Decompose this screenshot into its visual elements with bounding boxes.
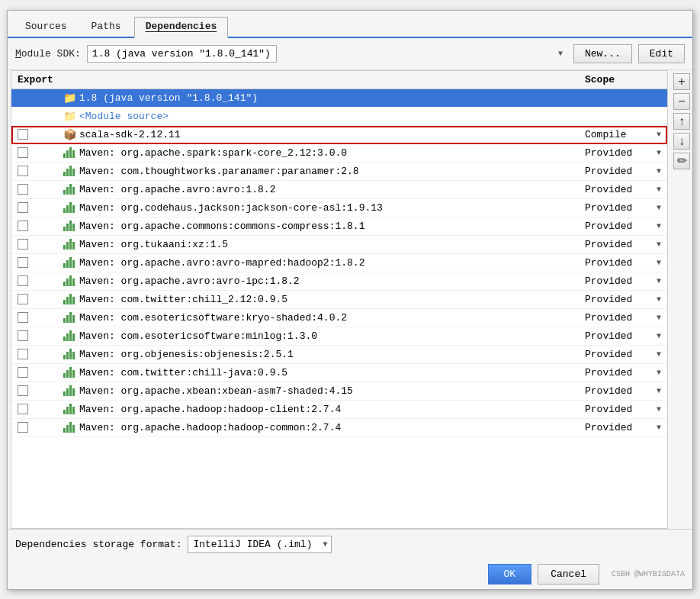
maven-icon — [63, 184, 75, 195]
export-checkbox[interactable] — [18, 275, 28, 286]
scope-chevron[interactable]: ▼ — [657, 405, 661, 414]
table-row[interactable]: Maven: com.esotericsoftware:kryo-shaded:… — [11, 309, 667, 327]
dep-name: Maven: org.apache.xbean:xbean-asm7-shade… — [79, 385, 353, 397]
table-row[interactable]: 📦 scala-sdk-2.12.11 Compile ▼ — [11, 126, 667, 144]
scope-chevron[interactable]: ▼ — [657, 314, 661, 322]
ok-button[interactable]: OK — [488, 564, 532, 585]
scope-chevron[interactable]: ▼ — [657, 387, 661, 395]
move-up-button[interactable]: ↑ — [673, 113, 690, 130]
scope-text: Provided — [585, 184, 632, 195]
dep-list-container: Export Scope 📁 1.8 (java version "1.8.0_… — [11, 70, 668, 529]
dep-name: Maven: com.thoughtworks.paranamer:parana… — [79, 166, 359, 177]
export-checkbox[interactable] — [18, 147, 28, 158]
table-row[interactable]: Maven: org.apache.hadoop:hadoop-common:2… — [11, 419, 667, 437]
col-export-cell — [18, 367, 63, 378]
scope-chevron[interactable]: ▼ — [657, 259, 661, 267]
scope-chevron[interactable]: ▼ — [657, 423, 661, 432]
table-row[interactable]: 📁 1.8 (java version "1.8.0_141") — [11, 89, 667, 108]
col-scope-cell: Provided▼ — [585, 312, 661, 324]
col-name-cell: Maven: com.twitter:chill-java:0.9.5 — [63, 367, 585, 378]
export-checkbox[interactable] — [18, 184, 28, 195]
maven-icon — [63, 422, 75, 433]
scope-chevron[interactable]: ▼ — [657, 240, 661, 249]
table-row[interactable]: Maven: org.objenesis:objenesis:2.5.1 Pro… — [11, 346, 667, 364]
col-name-cell: Maven: com.twitter:chill_2.12:0.9.5 — [63, 294, 585, 305]
scope-chevron[interactable]: ▼ — [657, 185, 661, 194]
scope-chevron[interactable]: ▼ — [657, 222, 661, 230]
scala-icon: 📦 — [63, 128, 76, 141]
col-scope-cell: Provided▼ — [585, 294, 661, 305]
export-checkbox[interactable] — [18, 422, 28, 433]
col-export-cell — [18, 202, 63, 213]
maven-icon — [63, 294, 75, 304]
table-row[interactable]: Maven: com.thoughtworks.paranamer:parana… — [11, 163, 667, 181]
scope-chevron[interactable]: ▼ — [657, 204, 661, 212]
table-row[interactable]: Maven: org.apache.xbean:xbean-asm7-shade… — [11, 382, 667, 401]
add-button[interactable]: + — [673, 73, 690, 90]
col-scope-cell: Provided▼ — [585, 367, 661, 378]
export-checkbox[interactable] — [18, 221, 28, 231]
scope-chevron[interactable]: ▼ — [657, 295, 661, 304]
export-checkbox[interactable] — [18, 129, 28, 140]
export-checkbox[interactable] — [18, 330, 28, 341]
dep-name: Maven: org.apache.spark:spark-core_2.12:… — [79, 147, 347, 159]
scope-chevron[interactable]: ▼ — [657, 167, 661, 176]
folder-icon: 📁 — [63, 110, 76, 123]
tab-dependencies[interactable]: Dependencies — [134, 17, 229, 38]
table-row[interactable]: Maven: org.apache.avro:avro-mapred:hadoo… — [11, 254, 667, 272]
maven-icon — [63, 349, 75, 359]
maven-icon — [63, 312, 75, 323]
scope-text: Provided — [585, 147, 632, 159]
table-row[interactable]: Maven: com.esotericsoftware:minlog:1.3.0… — [11, 327, 667, 346]
table-row[interactable]: Maven: com.twitter:chill_2.12:0.9.5 Prov… — [11, 291, 667, 309]
cancel-button[interactable]: Cancel — [538, 564, 599, 585]
scope-chevron[interactable]: ▼ — [657, 369, 661, 377]
scope-chevron[interactable]: ▼ — [657, 332, 661, 340]
maven-icon — [63, 221, 75, 231]
col-scope-cell: Provided▼ — [585, 349, 661, 360]
export-checkbox[interactable] — [18, 257, 28, 268]
table-row[interactable]: Maven: org.apache.commons:commons-compre… — [11, 217, 667, 236]
export-checkbox[interactable] — [18, 349, 28, 359]
export-checkbox[interactable] — [18, 404, 28, 414]
export-checkbox[interactable] — [18, 385, 28, 396]
table-row[interactable]: Maven: org.apache.hadoop:hadoop-client:2… — [11, 401, 667, 419]
export-checkbox[interactable] — [18, 166, 28, 176]
table-row[interactable]: Maven: org.codehaus.jackson:jackson-core… — [11, 199, 667, 217]
sdk-select[interactable]: 1.8 (java version "1.8.0_141") — [87, 45, 277, 63]
edit-button[interactable]: Edit — [638, 44, 685, 63]
remove-button[interactable]: − — [673, 93, 690, 110]
move-down-button[interactable]: ↓ — [673, 133, 690, 150]
col-scope-cell: Provided▼ — [585, 385, 661, 397]
dep-name: Maven: org.apache.commons:commons-compre… — [79, 221, 364, 232]
tab-paths[interactable]: Paths — [80, 17, 133, 38]
table-row[interactable]: 📁 <Module source> — [11, 108, 667, 126]
scope-text: Provided — [585, 202, 632, 214]
col-name-header — [63, 74, 585, 85]
col-export-cell — [18, 257, 63, 268]
table-row[interactable]: Maven: org.apache.spark:spark-core_2.12:… — [11, 144, 667, 163]
scope-chevron[interactable]: ▼ — [657, 130, 661, 139]
storage-select[interactable]: IntelliJ IDEA (.iml) Eclipse (.classpath… — [188, 536, 332, 553]
table-row[interactable]: Maven: org.apache.avro:avro:1.8.2 Provid… — [11, 181, 667, 199]
scope-chevron[interactable]: ▼ — [657, 277, 661, 285]
table-row[interactable]: Maven: org.apache.avro:avro-ipc:1.8.2 Pr… — [11, 272, 667, 291]
dep-list[interactable]: 📁 1.8 (java version "1.8.0_141") 📁 <Modu… — [11, 89, 667, 528]
tab-sources[interactable]: Sources — [14, 17, 79, 38]
bottom-bar: Dependencies storage format: IntelliJ ID… — [8, 529, 692, 559]
new-button[interactable]: New... — [573, 44, 632, 63]
export-checkbox[interactable] — [18, 367, 28, 378]
table-row[interactable]: Maven: com.twitter:chill-java:0.9.5 Prov… — [11, 364, 667, 382]
table-row[interactable]: Maven: org.tukaani:xz:1.5 Provided▼ — [11, 236, 667, 254]
export-checkbox[interactable] — [18, 202, 28, 213]
tab-bar: Sources Paths Dependencies — [8, 11, 692, 38]
col-name-cell: 📦 scala-sdk-2.12.11 — [63, 128, 585, 141]
export-checkbox[interactable] — [18, 312, 28, 323]
edit-dep-button[interactable]: ✏ — [673, 153, 690, 169]
scope-chevron[interactable]: ▼ — [657, 149, 661, 157]
dep-name: Maven: com.esotericsoftware:minlog:1.3.0 — [79, 330, 317, 342]
scope-chevron[interactable]: ▼ — [657, 350, 661, 359]
export-checkbox[interactable] — [18, 239, 28, 250]
content-area: Export Scope 📁 1.8 (java version "1.8.0_… — [8, 70, 692, 529]
export-checkbox[interactable] — [18, 294, 28, 304]
